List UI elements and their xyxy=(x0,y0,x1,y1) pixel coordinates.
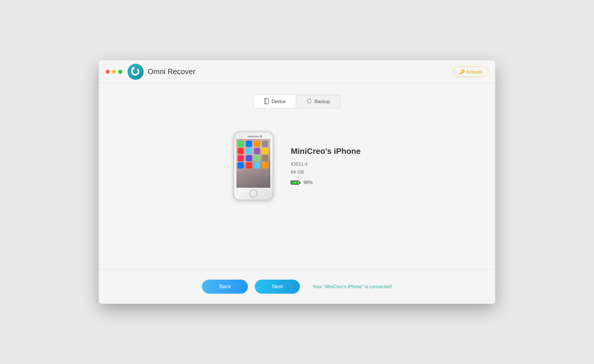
maximize-button[interactable] xyxy=(118,70,122,74)
device-info: MiniCreo's iPhone iOS11.4 64 GB ⚡ 99% xyxy=(291,147,360,185)
logo-icon xyxy=(127,63,144,80)
connected-message: Your "MiniCreo's iPhone" is connected! xyxy=(313,284,392,289)
tabs-container: Device Backup xyxy=(253,95,340,109)
iphone-screen xyxy=(236,139,270,188)
minimize-button[interactable] xyxy=(112,70,116,74)
device-area: MiniCreo's iPhone iOS11.4 64 GB ⚡ 99% xyxy=(233,131,360,200)
backup-tab-label: Backup xyxy=(315,99,330,104)
device-tab-label: Device xyxy=(271,99,286,104)
device-ios: iOS11.4 xyxy=(291,162,360,167)
iphone-camera xyxy=(260,135,262,138)
device-storage: 64 GB xyxy=(291,170,360,175)
device-name: MiniCreo's iPhone xyxy=(291,147,360,156)
svg-rect-2 xyxy=(265,98,269,104)
logo-area: Omni Recover xyxy=(127,63,195,80)
iphone-speaker xyxy=(248,136,259,137)
traffic-lights xyxy=(106,70,122,74)
main-content: Device Backup xyxy=(99,83,495,269)
svg-point-1 xyxy=(132,67,135,70)
backup-tab-icon xyxy=(306,98,312,105)
battery-icon: ⚡ xyxy=(291,181,300,185)
battery-percent: 99% xyxy=(303,180,313,185)
iphone-illustration xyxy=(233,131,273,200)
tab-device[interactable]: Device xyxy=(254,95,296,108)
app-title: Omni Recover xyxy=(148,67,195,76)
next-button[interactable]: Next xyxy=(255,280,300,294)
activate-button[interactable]: 🔑 Activate xyxy=(453,66,488,77)
svg-point-0 xyxy=(128,64,144,80)
iphone-home-button xyxy=(249,189,257,198)
battery-row: ⚡ 99% xyxy=(291,180,360,185)
back-button[interactable]: Back xyxy=(202,280,248,294)
tab-backup[interactable]: Backup xyxy=(296,95,340,108)
title-bar: Omni Recover 🔑 Activate xyxy=(99,60,495,83)
bottom-bar: Back Next Your "MiniCreo's iPhone" is co… xyxy=(99,269,495,304)
close-button[interactable] xyxy=(106,70,110,74)
device-tab-icon xyxy=(264,98,269,105)
main-window: Omni Recover 🔑 Activate Device xyxy=(99,60,495,304)
